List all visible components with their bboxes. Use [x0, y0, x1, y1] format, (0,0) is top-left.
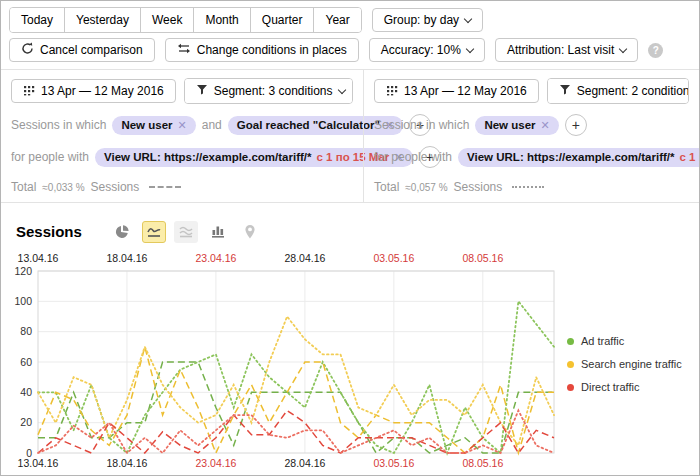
- chip-label: New user: [484, 119, 535, 131]
- sessions-in-which-label: Sessions in which: [374, 118, 469, 132]
- x-tick-label-bottom: 28.04.16: [284, 457, 325, 469]
- segment-label: Segment: 3 conditions: [214, 84, 333, 98]
- help-icon[interactable]: ?: [648, 43, 663, 58]
- legend-item-search-traffic[interactable]: Search engine traffic: [567, 358, 682, 370]
- legend-dot: [567, 384, 574, 391]
- calendar-icon: [386, 84, 398, 99]
- y-tick-label: 100: [14, 295, 32, 307]
- total-label: Total: [11, 180, 36, 194]
- legend-item-direct-traffic[interactable]: Direct traffic: [567, 381, 682, 393]
- segment-dropdown-a[interactable]: Segment: 3 conditions: [185, 79, 353, 103]
- x-tick-label-bottom: 23.04.16: [195, 457, 236, 469]
- segment-control-group-b: Segment: 2 conditions ✕: [547, 78, 689, 104]
- swap-arrows-icon: [177, 43, 191, 57]
- segment-dropdown-b[interactable]: Segment: 2 conditions: [548, 79, 689, 103]
- x-tick-label-bottom: 18.04.16: [107, 457, 148, 469]
- sessions-chart: 02040608010012013.04.1613.04.1618.04.161…: [1, 249, 699, 475]
- total-metric: Sessions: [454, 180, 503, 194]
- refresh-icon: [21, 42, 34, 58]
- calendar-icon: [23, 84, 35, 99]
- date-range-button-a[interactable]: 13 Apr — 12 May 2016: [11, 79, 176, 103]
- series-search-engine-traffic-segment-2: [38, 317, 554, 446]
- map-pin-icon[interactable]: [238, 221, 262, 243]
- period-month-button[interactable]: Month: [194, 8, 250, 32]
- x-tick-label-bottom: 08.05.16: [462, 457, 503, 469]
- chip-label: Goal reached "Calculator": [237, 119, 380, 131]
- pie-chart-icon[interactable]: [110, 221, 134, 243]
- x-tick-label-top: 13.04.16: [18, 252, 59, 264]
- total-label: Total: [374, 180, 399, 194]
- sessions-header: Sessions: [1, 203, 699, 249]
- y-tick-label: 80: [20, 325, 32, 337]
- segment-panel-b: 13 Apr — 12 May 2016 Segment: 2 conditio…: [363, 70, 699, 202]
- line-chart-icon[interactable]: [142, 221, 166, 243]
- cancel-comparison-button[interactable]: Cancel comparison: [9, 38, 155, 62]
- line-style-sample-dashed: [149, 186, 181, 188]
- change-conditions-button[interactable]: Change conditions in places: [165, 38, 359, 62]
- legend-item-ad-traffic[interactable]: Ad traffic: [567, 335, 682, 347]
- chevron-down-icon: [337, 85, 345, 93]
- cancel-comparison-label: Cancel comparison: [40, 43, 143, 57]
- condition-chip-new-user[interactable]: New user ✕: [475, 116, 558, 135]
- chip-close-icon[interactable]: ✕: [178, 119, 187, 132]
- x-tick-label-bottom: 03.05.16: [373, 457, 414, 469]
- comparison-toolbar: Cancel comparison Change conditions in p…: [1, 33, 699, 62]
- date-range-label: 13 Apr — 12 May 2016: [41, 84, 164, 98]
- segment-panel-a: 13 Apr — 12 May 2016 Segment: 3 conditio…: [1, 70, 363, 202]
- chart-type-switcher: [110, 221, 262, 243]
- for-people-with-label: for people with: [11, 150, 89, 164]
- period-week-button[interactable]: Week: [141, 8, 194, 32]
- legend-label: Ad traffic: [581, 335, 624, 347]
- date-range-button-b[interactable]: 13 Apr — 12 May 2016: [374, 79, 539, 103]
- legend-dot: [567, 361, 574, 368]
- y-tick-label: 60: [20, 356, 32, 368]
- segment-total-a: Total ≈0,033 % Sessions: [11, 180, 353, 194]
- x-tick-label-top: 08.05.16: [462, 252, 503, 264]
- total-value: ≈0,057 %: [405, 182, 447, 193]
- chip-date-suffix: с 1 по 15 Mar: [680, 151, 700, 163]
- x-tick-label-top: 03.05.16: [373, 252, 414, 264]
- add-condition-button[interactable]: +: [565, 114, 587, 136]
- accuracy-dropdown[interactable]: Accuracy: 10%: [369, 38, 485, 62]
- period-quarter-button[interactable]: Quarter: [251, 8, 315, 32]
- series-ad-traffic-segment-1: [38, 362, 554, 453]
- legend-label: Direct traffic: [581, 381, 639, 393]
- period-yesterday-button[interactable]: Yesterday: [65, 8, 141, 32]
- sessions-in-which-label: Sessions in which: [11, 118, 106, 132]
- for-people-with-label: for people with: [374, 150, 452, 164]
- chip-label: View URL: https://example.com/tariff/*: [467, 151, 674, 163]
- y-tick-label: 40: [20, 386, 32, 398]
- condition-chip-view-url[interactable]: View URL: https://example.com/tariff/* с…: [458, 148, 700, 167]
- chip-close-icon[interactable]: ✕: [541, 119, 550, 132]
- chevron-down-icon: [619, 44, 627, 52]
- period-toolbar: Today Yesterday Week Month Quarter Year …: [1, 1, 699, 33]
- change-conditions-label: Change conditions in places: [197, 43, 347, 57]
- series-direct-traffic-segment-2: [38, 411, 554, 454]
- chevron-down-icon: [466, 44, 474, 52]
- segment-label: Segment: 2 conditions: [577, 84, 689, 98]
- segment-control-group-a: Segment: 3 conditions ✕: [184, 78, 353, 104]
- period-year-button[interactable]: Year: [314, 8, 360, 32]
- filter-icon: [196, 84, 208, 98]
- x-tick-label-top: 28.04.16: [284, 252, 325, 264]
- chart-legend: Ad traffic Search engine traffic Direct …: [567, 335, 682, 393]
- group-by-dropdown[interactable]: Group: by day: [372, 8, 483, 32]
- x-tick-label-top: 23.04.16: [195, 252, 236, 264]
- total-value: ≈0,033 %: [42, 182, 84, 193]
- area-chart-icon[interactable]: [174, 221, 198, 243]
- conjunction-label: and: [202, 118, 222, 132]
- date-range-label: 13 Apr — 12 May 2016: [404, 84, 527, 98]
- filter-icon: [559, 84, 571, 98]
- legend-label: Search engine traffic: [581, 358, 682, 370]
- app-window: Today Yesterday Week Month Quarter Year …: [0, 0, 700, 476]
- segment-comparison-area: 13 Apr — 12 May 2016 Segment: 3 conditio…: [1, 69, 699, 203]
- chevron-down-icon: [464, 14, 472, 22]
- group-by-label: Group: by day: [384, 13, 459, 27]
- attribution-dropdown[interactable]: Attribution: Last visit: [495, 38, 638, 62]
- y-tick-label: 120: [14, 265, 32, 277]
- period-today-button[interactable]: Today: [10, 8, 65, 32]
- chip-label: View URL: https://example.com/tariff/*: [104, 151, 311, 163]
- condition-chip-new-user[interactable]: New user ✕: [112, 116, 195, 135]
- column-chart-icon[interactable]: [206, 221, 230, 243]
- x-tick-label-bottom: 13.04.16: [18, 457, 59, 469]
